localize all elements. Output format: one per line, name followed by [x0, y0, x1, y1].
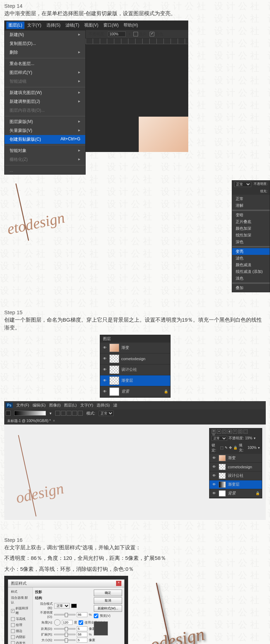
opacity-slider[interactable] [54, 614, 75, 615]
blend-dissolve[interactable]: 溶解 [232, 202, 270, 209]
layer-bg[interactable]: 背景🔒 [100, 386, 170, 397]
layer-row[interactable]: 背景🔒 [209, 489, 262, 498]
eye-icon[interactable] [212, 482, 217, 487]
fill-value[interactable]: 100% [247, 446, 257, 450]
style-blend[interactable]: 混合选项:默认 [10, 595, 31, 605]
blend-overlay[interactable]: 叠加 [232, 285, 270, 291]
spread-slider[interactable] [54, 634, 75, 635]
angle-dial[interactable] [54, 619, 61, 626]
dd-copy[interactable]: 复制图层(D)... [5, 39, 85, 48]
eye-icon[interactable] [102, 389, 107, 394]
filter-icon[interactable]: ⬚ [243, 429, 248, 434]
preview-chk[interactable] [94, 614, 98, 618]
dd-rename[interactable]: 重命名图层... [5, 59, 85, 68]
menu-file[interactable]: 文件(F) [16, 403, 29, 408]
gradient-bar[interactable] [14, 411, 46, 416]
opacity-input[interactable] [77, 612, 87, 617]
color-swatch[interactable] [71, 604, 77, 608]
dd-delete[interactable]: 删除 [5, 48, 85, 57]
lock-icon[interactable]: ✎ [225, 446, 228, 450]
filter-icon[interactable]: ▢ [222, 429, 226, 434]
grad-type-icon[interactable] [72, 411, 77, 416]
menu-layer2[interactable]: 图层(L) [64, 403, 76, 408]
menu-layer[interactable]: 图层(L) [6, 22, 24, 29]
menu-edit[interactable]: 编辑(E) [33, 403, 46, 408]
blend-lighter[interactable]: 浅色 [232, 275, 270, 282]
blend-normal[interactable]: 正常 [232, 195, 270, 202]
size-input[interactable] [77, 638, 87, 643]
opacity-input[interactable] [108, 31, 126, 37]
eye-icon[interactable] [212, 491, 217, 496]
style-contour[interactable]: 等高线 [10, 616, 31, 622]
doc-tab[interactable]: 未标题-1 @ 100%(RGB/8) *× [4, 417, 266, 425]
tool-icon[interactable] [6, 411, 11, 416]
grad-type-icon[interactable] [61, 411, 66, 416]
lock-icon[interactable]: 🔒 [233, 446, 237, 450]
filter-icon[interactable]: ◐ [228, 429, 232, 434]
style-stroke[interactable]: 描边 [10, 628, 31, 634]
ok-button[interactable]: 确定 [94, 590, 122, 596]
blend-screen[interactable]: 滤色 [232, 255, 270, 262]
chk-reverse[interactable]: 反向 [133, 31, 147, 37]
close-icon[interactable]: × [116, 581, 121, 586]
layer-row[interactable]: 设计公社 [209, 472, 262, 480]
eye-icon[interactable] [102, 367, 107, 372]
blend-select[interactable]: 正常 [234, 182, 251, 187]
dd-style[interactable]: 图层样式(Y) [5, 68, 85, 77]
filter-icon[interactable]: ◫ [238, 429, 242, 434]
menu-select2[interactable]: 选择(S) [97, 403, 110, 408]
lock-icon[interactable]: ⬚ [220, 446, 223, 450]
layer-cometodesign[interactable]: cometodesign [100, 353, 170, 364]
eye-icon[interactable] [212, 456, 217, 461]
chk-dither[interactable]: 仿色 [150, 31, 163, 37]
blend-select-2[interactable]: 正常 [212, 436, 227, 441]
opacity-value[interactable]: 19% [245, 436, 252, 440]
mode-select[interactable]: 正常 [99, 411, 114, 416]
eye-icon[interactable] [212, 473, 217, 478]
grad-type-icon[interactable] [55, 411, 60, 416]
menu-window[interactable]: 窗口(W) [101, 22, 121, 29]
menu-view[interactable]: 视图(V) [82, 22, 100, 29]
layer-grad[interactable]: 渐变 [100, 343, 170, 353]
eye-icon[interactable] [102, 378, 107, 383]
blend-linearburn[interactable]: 线性加深 [232, 232, 270, 239]
blend-lineardodge[interactable]: 线性减淡 (添加) [232, 268, 270, 275]
style-texture[interactable]: 纹理 [10, 622, 31, 628]
size-slider[interactable] [54, 639, 75, 641]
layer-row[interactable]: 渐变 [209, 454, 262, 463]
dd-newadj[interactable]: 新建调整图层(J) [5, 97, 85, 106]
blendmode-select[interactable]: 正常 [54, 603, 70, 609]
eye-icon[interactable] [102, 345, 107, 350]
blend-colordodge[interactable]: 颜色减淡 [232, 262, 270, 268]
blend-lighten[interactable]: 变亮 [232, 248, 270, 255]
distance-input[interactable] [77, 626, 87, 631]
style-bevel[interactable]: 斜面和浮雕 [10, 605, 31, 616]
eye-icon[interactable] [102, 356, 107, 361]
layer-row[interactable]: cometodesign [209, 463, 262, 472]
blend-darker[interactable]: 深色 [232, 239, 270, 245]
blend-colorburn[interactable]: 颜色加深 [232, 225, 270, 232]
menu-filter2[interactable]: 滤 [113, 403, 117, 408]
angle-input[interactable] [62, 620, 73, 625]
grad-type-icon[interactable] [78, 411, 83, 416]
blend-darken[interactable]: 变暗 [232, 212, 270, 218]
menu-type[interactable]: 文字(Y) [25, 22, 44, 29]
menu-filter[interactable]: 滤镜(T) [63, 22, 81, 29]
menu-type2[interactable]: 文字(Y) [80, 403, 93, 408]
layers-tab[interactable]: 图层 [100, 335, 170, 343]
style-innershadow[interactable]: 内阴影 [10, 634, 31, 640]
spread-input[interactable] [77, 632, 87, 637]
close-icon[interactable]: × [53, 419, 55, 423]
filter-icon[interactable]: T [233, 429, 237, 434]
style-innerglow[interactable]: 内发光 [10, 640, 31, 644]
menu-image[interactable]: 图像(I) [49, 403, 61, 408]
global-chk[interactable] [79, 620, 83, 625]
dd-layermask[interactable]: 图层蒙版(M) [5, 117, 85, 126]
dd-newfill[interactable]: 新建填充图层(W) [5, 88, 85, 97]
grad-type-icon[interactable] [67, 411, 71, 416]
layer-row[interactable]: 渐变层 [209, 480, 262, 489]
newstyle-button[interactable]: 新建样式(W)... [94, 605, 122, 612]
menu-select[interactable]: 选择(S) [44, 22, 63, 29]
layer-gradlayer[interactable]: 渐变层 [100, 375, 170, 386]
layer-shegongshe[interactable]: 设计公社 [100, 364, 170, 375]
